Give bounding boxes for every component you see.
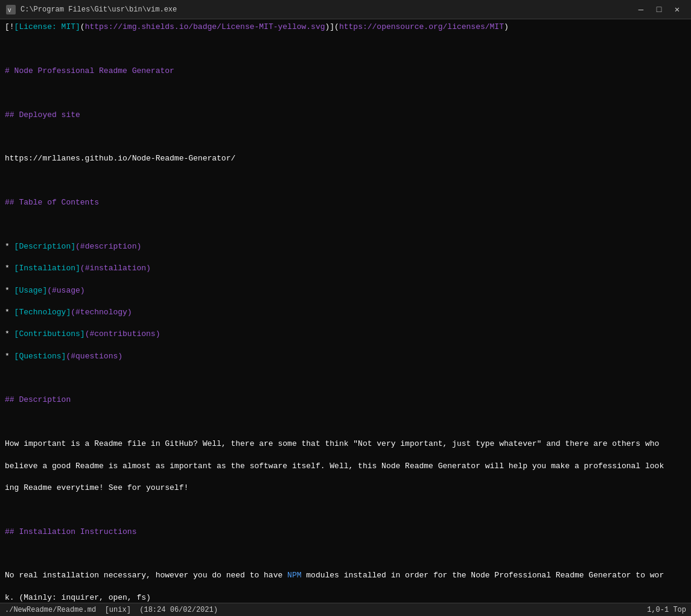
toc-item-3: * [Usage](#usage) xyxy=(5,285,686,296)
window-controls[interactable]: — □ ✕ xyxy=(633,2,685,17)
blank-line5 xyxy=(5,219,686,230)
blank-line9 xyxy=(5,548,686,559)
blank-line xyxy=(5,43,686,54)
close-button[interactable]: ✕ xyxy=(669,2,685,17)
title-bar: V C:\Program Files\Git\usr\bin\vim.exe —… xyxy=(0,0,691,19)
site-url: https://mrllanes.github.io/Node-Readme-G… xyxy=(5,153,686,164)
heading-deployed: ## Deployed site xyxy=(5,110,686,121)
toc-item-4: * [Technology](#technology) xyxy=(5,307,686,318)
editor-content: [![License: MIT](https://img.shields.io/… xyxy=(0,19,691,603)
blank-line4 xyxy=(5,176,686,186)
status-timestamp: (18:24 06/02/2021) xyxy=(139,606,218,614)
desc-text-2: believe a good Readme is almost as impor… xyxy=(5,461,686,472)
blank-line6 xyxy=(5,373,686,384)
heading-description: ## Description xyxy=(5,395,686,405)
toc-item-1: * [Description](#description) xyxy=(5,241,686,252)
install-text-2: k. (Mainly: inquirer, open, fs) xyxy=(5,592,686,603)
blank-line3 xyxy=(5,132,686,142)
status-filename: ./NewReadme/Readme.md xyxy=(5,606,96,614)
status-bar: ./NewReadme/Readme.md [unix] (18:24 06/0… xyxy=(0,603,691,616)
desc-text-3: ing Readme everytime! See for yourself! xyxy=(5,483,686,494)
minimize-button[interactable]: — xyxy=(633,2,649,17)
install-text-1: No real installation necessary, however … xyxy=(5,570,686,581)
title-bar-left: V C:\Program Files\Git\usr\bin\vim.exe xyxy=(6,5,177,14)
license-line: [![License: MIT](https://img.shields.io/… xyxy=(5,22,686,33)
blank-line2 xyxy=(5,87,686,98)
heading-toc: ## Table of Contents xyxy=(5,197,686,208)
status-position: 1,0-1 Top xyxy=(647,606,686,614)
maximize-button[interactable]: □ xyxy=(651,2,667,17)
toc-item-5: * [Contributions](#contributions) xyxy=(5,329,686,340)
window-title: C:\Program Files\Git\usr\bin\vim.exe xyxy=(21,5,177,14)
blank-line8 xyxy=(5,504,686,515)
desc-text-1: How important is a Readme file in GitHub… xyxy=(5,439,686,449)
status-left: ./NewReadme/Readme.md [unix] (18:24 06/0… xyxy=(5,606,218,614)
status-format: [unix] xyxy=(105,606,131,614)
app-icon: V xyxy=(6,5,16,14)
toc-item-2: * [Installation](#installation) xyxy=(5,263,686,274)
toc-item-6: * [Questions](#questions) xyxy=(5,351,686,362)
heading-node: # Node Professional Readme Generator xyxy=(5,66,686,77)
svg-text:V: V xyxy=(8,8,11,13)
heading-install: ## Installation Instructions xyxy=(5,527,686,538)
blank-line7 xyxy=(5,417,686,428)
